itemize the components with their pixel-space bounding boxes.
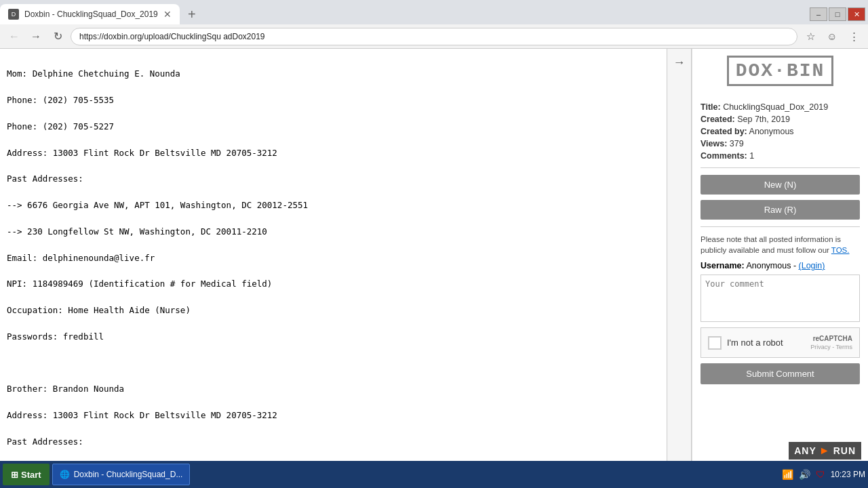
menu-icon[interactable]: ⋮ [845,28,863,45]
comment-textarea[interactable] [701,274,860,322]
captcha-checkbox[interactable] [708,336,722,350]
maximize-button[interactable]: □ [829,7,846,21]
start-label: Start [21,470,41,480]
tos-link[interactable]: TOS. [831,246,850,254]
title-label: Title: [701,102,721,112]
login-link[interactable]: (Login) [799,261,825,270]
sidebar: DOX·BIN Title: ChucklingSquad_Dox_2019 C… [692,49,868,461]
comments-label: Comments: [701,151,747,161]
mom-line: Mom: Delphine Chetchuing E. Nounda [7,68,180,79]
taskbar-volume-icon: 🔊 [799,469,810,480]
dox-content: Mom: Delphine Chetchuing E. Nounda Phone… [7,54,660,461]
captcha-box: I'm not a robot reCAPTCHA Privacy - Term… [701,327,860,358]
submit-comment-button[interactable]: Submit Comment [701,363,860,384]
username-value: Anonymous [746,261,791,270]
new-button[interactable]: New (N) [701,175,860,195]
views-value: 379 [730,139,744,148]
raw-button[interactable]: Raw (R) [701,200,860,220]
created-value: Sep 7th, 2019 [737,115,790,124]
divider1 [701,167,860,168]
meta-created-by: Created by: Anonymous [701,127,860,136]
active-tab[interactable]: D Doxbin - ChucklingSquad_Dox_2019 ✕ [0,4,180,24]
past-address2: --> 230 Longfellow St NW, Washington, DC… [7,226,267,237]
username-row: Username: Anonymous - (Login) [701,261,860,270]
username-label: Username: [701,261,745,270]
anyrun-arrow-icon: ► [819,445,831,457]
tab-favicon: D [8,9,19,20]
past-addresses-label: Past Addresses: [7,174,83,184]
brother1-name: Brother: Brandon Nounda [7,384,124,394]
browser-content: Mom: Delphine Chetchuing E. Nounda Phone… [0,49,868,461]
npi-line: NPI: 1184989469 (Identification # for Me… [7,279,272,289]
address-bar[interactable]: https://doxbin.org/upload/ChucklingSqu a… [71,28,797,45]
main-content: Mom: Delphine Chetchuing E. Nounda Phone… [0,49,667,461]
collapse-arrow-icon: → [673,56,686,70]
bookmark-icon[interactable]: ☆ [802,28,819,45]
recaptcha-branding: reCAPTCHA Privacy - Terms [810,335,852,350]
views-label: Views: [701,139,727,148]
phone1-line: Phone: (202) 705-5535 [7,95,114,105]
doxbin-logo: DOX·BIN [727,56,834,86]
browser-right-icons: ☆ ☺ ⋮ [802,28,863,45]
windows-icon: ⊞ [11,470,18,480]
tos-note: Please note that all posted information … [701,234,860,256]
profile-icon[interactable]: ☺ [823,28,841,45]
taskbar-browser-icon: 🌐 [60,470,70,479]
collapse-button[interactable]: → [667,49,692,461]
anyrun-text: ANY [794,445,816,456]
taskbar-browser-title: Doxbin - ChucklingSquad_D... [74,470,183,479]
new-tab-button[interactable]: + [182,5,201,24]
meta-created: Created: Sep 7th, 2019 [701,115,860,124]
tos-note-text: Please note that all posted information … [701,235,841,254]
past-address1: --> 6676 Georgia Ave NW, APT 101, Washin… [7,200,308,210]
tab-close-button[interactable]: ✕ [163,9,172,20]
created-by-label: Created by: [701,127,747,136]
address-bar-row: ← → ↻ https://doxbin.org/upload/Chucklin… [0,24,868,49]
recaptcha-logo: reCAPTCHA [813,335,852,342]
back-button[interactable]: ← [5,28,23,45]
taskbar-antivirus-icon: 🛡 [816,469,825,480]
anyrun-watermark: ANY ► RUN [789,442,861,460]
tab-title: Doxbin - ChucklingSquad_Dox_2019 [24,9,158,19]
captcha-label: I'm not a robot [727,338,805,348]
close-button[interactable]: ✕ [848,7,865,21]
meta-views: Views: 379 [701,139,860,148]
phone2-line: Phone: (202) 705-5227 [7,121,114,131]
comments-value: 1 [749,151,754,161]
taskbar-time: 10:23 PM [831,470,865,479]
brother1-past-label: Past Addresses: [7,436,83,447]
logo-wrap: DOX·BIN [701,56,860,96]
passwords-line: Passwords: fredbill [7,331,104,342]
tab-bar: D Doxbin - ChucklingSquad_Dox_2019 ✕ + –… [0,0,868,24]
taskbar: ⊞ Start 🌐 Doxbin - ChucklingSquad_D... 📶… [0,461,868,488]
refresh-button[interactable]: ↻ [49,28,66,45]
created-label: Created: [701,115,735,124]
url-text: https://doxbin.org/upload/ChucklingSqu a… [79,32,789,41]
occupation-line: Occupation: Home Health Aide (Nurse) [7,305,191,315]
taskbar-browser-item[interactable]: 🌐 Doxbin - ChucklingSquad_D... [52,464,191,485]
start-button[interactable]: ⊞ Start [3,464,50,485]
meta-title: Title: ChucklingSquad_Dox_2019 [701,102,860,112]
title-value: ChucklingSquad_Dox_2019 [723,102,828,112]
divider2 [701,226,860,227]
created-by-value: Anonymous [749,127,794,136]
brother1-address: Address: 13003 Flint Rock Dr Beltsville … [7,410,277,420]
anyrun-run-text: RUN [833,445,856,456]
address-line: Address: 13003 Flint Rock Dr Beltsville … [7,148,277,158]
minimize-button[interactable]: – [810,7,827,21]
taskbar-icons: 📶 🔊 🛡 10:23 PM [782,469,865,480]
forward-button[interactable]: → [27,28,45,45]
meta-comments: Comments: 1 [701,151,860,161]
recaptcha-links: Privacy - Terms [810,344,852,350]
window-controls: – □ ✕ [810,7,868,21]
taskbar-network-icon: 📶 [782,469,793,480]
email-line: Email: delphinenounda@live.fr [7,253,155,263]
